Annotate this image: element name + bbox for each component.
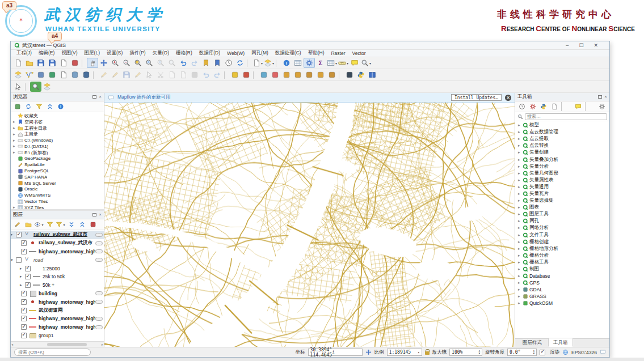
menu-item[interactable]: 图层(L) — [81, 50, 103, 57]
tab-toolbox[interactable]: 工具箱 — [548, 338, 573, 347]
locator-options-dropdown[interactable] — [360, 58, 372, 68]
expander-icon[interactable]: ▸ — [518, 294, 523, 299]
edit-features-in-place-button[interactable] — [573, 102, 583, 111]
browser-item-sap-hana[interactable]: SAP HANA — [11, 174, 104, 180]
add-raster-layer-button[interactable] — [35, 70, 47, 80]
undo-button[interactable] — [200, 70, 212, 80]
expander-icon[interactable]: ▸ — [518, 253, 523, 258]
menu-item[interactable]: Vector — [349, 50, 369, 56]
new-project-button[interactable] — [12, 58, 24, 68]
plugin-button-1[interactable] — [241, 70, 252, 80]
map-tips-button[interactable] — [349, 58, 360, 68]
layer-visibility-checkbox[interactable] — [21, 249, 27, 254]
toolbox-group-database[interactable]: ▸ Database — [515, 273, 609, 279]
toolbox-group-models[interactable]: ▸ 模型 — [515, 122, 609, 129]
layer-highway-motorway-4[interactable]: highway_motorway_highway_mo… — [11, 323, 104, 332]
open-attribute-table-button[interactable] — [292, 58, 304, 68]
style-manager-button[interactable] — [69, 58, 81, 68]
add-vector-layer-button[interactable] — [24, 70, 35, 80]
menu-item[interactable]: 插件(P) — [126, 50, 149, 57]
expander-icon[interactable]: ▸ — [518, 137, 523, 141]
measure-dropdown[interactable] — [338, 58, 349, 68]
add-group-button[interactable] — [23, 220, 33, 229]
layer-highway-motorway-1[interactable]: highway_motorway_highway_mo… — [11, 248, 104, 256]
expander-icon[interactable]: ▸ — [518, 198, 523, 203]
layer-visibility-checkbox[interactable] — [25, 282, 31, 288]
toggle-editing-button[interactable] — [110, 70, 121, 80]
expander-icon[interactable]: ▸ — [13, 144, 18, 148]
plugin-button-6[interactable] — [304, 70, 315, 80]
menu-item[interactable]: 帮助(H) — [305, 50, 328, 57]
close-panel-icon[interactable]: × — [99, 213, 102, 217]
toolbox-group-vector-geometry[interactable]: ▸ 矢量几何图形 — [515, 170, 609, 177]
toolbox-group-raster-analysis[interactable]: ▸ 栅格分析 — [515, 252, 609, 259]
layer-railway-subway-points[interactable]: railway_subway_武汉市 — [11, 239, 104, 248]
expander-icon[interactable]: ▸ — [13, 205, 18, 209]
processing-options-button[interactable] — [597, 102, 607, 111]
maximize-button[interactable]: ☐ — [579, 43, 583, 48]
float-panel-icon[interactable] — [92, 95, 96, 99]
toolbox-group-vector-general[interactable]: ▸ 矢量通用 — [515, 184, 609, 190]
identify-features-button[interactable] — [281, 58, 292, 68]
pan-to-selection-button[interactable] — [98, 58, 110, 68]
layer-visibility-checkbox[interactable] — [21, 316, 27, 321]
layout-manager-button[interactable] — [263, 58, 275, 68]
zoom-next-button[interactable] — [189, 58, 200, 68]
close-button[interactable]: ✕ — [594, 43, 598, 48]
add-spatialite-layer-button[interactable] — [69, 70, 81, 80]
expander-icon[interactable]: ▸ — [518, 158, 523, 162]
add-mesh-layer-button[interactable] — [47, 70, 58, 80]
float-panel-icon[interactable] — [598, 95, 602, 99]
toolbox-group-point-cloud-conversion[interactable]: ▸ 点云转换 — [515, 142, 609, 149]
layer-highway-motorway-3[interactable]: highway_motorway_highway_mo… — [11, 315, 104, 323]
open-layer-styling-button[interactable] — [12, 220, 22, 229]
zoom-last-button[interactable] — [178, 58, 189, 68]
current-edits-button[interactable] — [98, 70, 110, 80]
expander-icon[interactable]: ▸ — [518, 205, 523, 210]
expander-icon[interactable]: ▸ — [518, 219, 523, 223]
menu-item[interactable]: 矢量(O) — [149, 50, 172, 57]
expander-icon[interactable]: ▸ — [518, 130, 523, 134]
browser-item-favorites[interactable]: 收藏夹 — [11, 113, 104, 119]
layer-wuhan-street-network[interactable]: 武汉街道网 — [11, 306, 104, 315]
toolbox-group-vector-creation[interactable]: ▸ 矢量创建 — [515, 149, 609, 156]
layer-visibility-checkbox[interactable] — [25, 266, 31, 271]
osm-place-search-button[interactable] — [344, 70, 355, 80]
layer-visibility-checkbox[interactable] — [16, 257, 22, 263]
rotation-spinner[interactable]: 0.0°▲▼ — [507, 349, 537, 356]
expander-icon[interactable]: ▸ — [518, 226, 523, 230]
title-bar[interactable]: 武汉street — QGIS – ☐ ✕ — [11, 41, 609, 50]
expander-icon[interactable]: ▸ — [13, 132, 18, 137]
group-group1[interactable]: group1 — [11, 332, 104, 340]
expander-icon[interactable]: ▸ — [11, 232, 16, 237]
add-selected-layers-button[interactable] — [12, 102, 22, 111]
expander-icon[interactable]: ▸ — [518, 178, 523, 182]
toolbox-group-point-cloud-management[interactable]: ▸ 点云数据管理 — [515, 129, 609, 135]
scrollbar-thumb[interactable] — [47, 343, 87, 346]
map-canvas[interactable] — [104, 103, 515, 347]
menu-item[interactable]: 数据库(D) — [196, 50, 224, 57]
crs-globe-icon[interactable] — [562, 349, 569, 355]
toolbox-group-vector-analysis[interactable]: ▸ 矢量分析 — [515, 163, 609, 170]
toolbox-group-grass[interactable]: ▸ GRASS — [515, 293, 609, 300]
copy-features-button[interactable] — [166, 70, 178, 80]
vertex-tool-button[interactable] — [144, 70, 155, 80]
plugin-button-8[interactable] — [326, 70, 338, 80]
browser-item-spatialite[interactable]: SpatiaLite — [11, 162, 104, 168]
refresh-browser-button[interactable] — [23, 102, 33, 111]
save-project-as-button[interactable] — [47, 58, 58, 68]
browser-item-project-home[interactable]: ▸ 工程主目录 — [11, 125, 104, 131]
add-feature-button[interactable] — [132, 70, 144, 80]
pan-map-button[interactable] — [87, 58, 98, 68]
cut-features-button[interactable] — [155, 70, 166, 80]
temporal-controller-button[interactable] — [223, 58, 234, 68]
toolbox-group-vector-selection[interactable]: ▸ 矢量选择集 — [515, 197, 609, 204]
new-bookmark-button[interactable] — [200, 58, 212, 68]
close-panel-icon[interactable]: × — [99, 95, 102, 99]
scale-select[interactable]: 1:189145▾ — [387, 349, 422, 356]
browser-item-geopackage[interactable]: GeoPackage — [11, 156, 104, 162]
plugin-button-2[interactable] — [258, 70, 270, 80]
toolbox-group-plots[interactable]: ▸ 图表 — [515, 204, 609, 211]
plugin-button-5[interactable] — [292, 70, 304, 80]
toolbox-group-gps[interactable]: ▸ GPS — [515, 279, 609, 286]
